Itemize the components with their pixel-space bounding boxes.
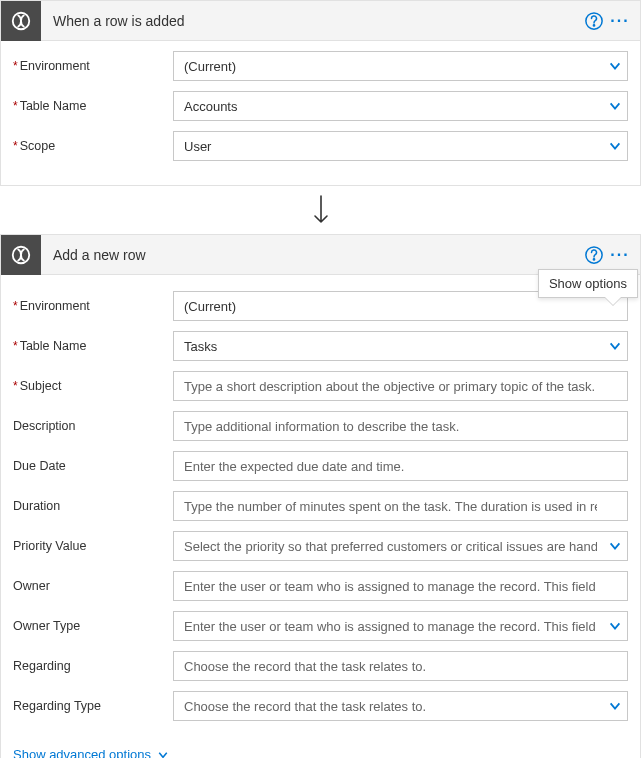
environment-value: (Current) <box>173 51 628 81</box>
subject-input[interactable] <box>173 371 628 401</box>
duration-label: Duration <box>13 499 173 513</box>
trigger-body: Environment (Current) Table Name Account… <box>1 41 640 185</box>
more-icon[interactable]: ··· <box>608 243 632 267</box>
description-label: Description <box>13 419 173 433</box>
trigger-card: When a row is added ··· Environment (Cur… <box>0 0 641 186</box>
priority-label: Priority Value <box>13 539 173 553</box>
description-input[interactable] <box>173 411 628 441</box>
action-card: Add a new row ··· Show options Environme… <box>0 234 641 758</box>
table-value: Tasks <box>173 331 628 361</box>
regarding-type-label: Regarding Type <box>13 699 173 713</box>
owner-type-input[interactable] <box>173 611 628 641</box>
subject-label: Subject <box>13 379 173 393</box>
more-icon[interactable]: ··· <box>608 9 632 33</box>
trigger-title: When a row is added <box>41 13 584 29</box>
chevron-down-icon <box>608 539 622 553</box>
dataverse-icon <box>1 235 41 275</box>
duration-input[interactable] <box>173 491 628 521</box>
due-date-label: Due Date <box>13 459 173 473</box>
show-advanced-options[interactable]: Show advanced options <box>13 747 169 758</box>
svg-point-2 <box>593 24 594 25</box>
help-icon[interactable] <box>584 11 604 31</box>
dataverse-icon <box>1 1 41 41</box>
regarding-label: Regarding <box>13 659 173 673</box>
regarding-input[interactable] <box>173 651 628 681</box>
due-date-input[interactable] <box>173 451 628 481</box>
scope-label: Scope <box>13 139 173 153</box>
owner-type-dropdown[interactable] <box>173 611 628 641</box>
owner-type-label: Owner Type <box>13 619 173 633</box>
chevron-down-icon <box>608 139 622 153</box>
scope-dropdown[interactable]: User <box>173 131 628 161</box>
action-body: Show options Environment (Current) Table… <box>1 275 640 758</box>
svg-point-5 <box>593 258 594 259</box>
chevron-down-icon <box>608 339 622 353</box>
table-label: Table Name <box>13 99 173 113</box>
chevron-down-icon <box>608 99 622 113</box>
owner-label: Owner <box>13 579 173 593</box>
action-title: Add a new row <box>41 247 584 263</box>
help-icon[interactable] <box>584 245 604 265</box>
owner-input[interactable] <box>173 571 628 601</box>
regarding-type-dropdown[interactable] <box>173 691 628 721</box>
environment-label: Environment <box>13 299 173 313</box>
trigger-header[interactable]: When a row is added ··· <box>1 1 640 41</box>
chevron-down-icon <box>608 59 622 73</box>
advanced-label: Show advanced options <box>13 747 151 758</box>
table-dropdown[interactable]: Accounts <box>173 91 628 121</box>
priority-input[interactable] <box>173 531 628 561</box>
chevron-down-icon <box>608 619 622 633</box>
environment-dropdown[interactable]: (Current) <box>173 51 628 81</box>
chevron-down-icon <box>157 749 169 759</box>
priority-dropdown[interactable] <box>173 531 628 561</box>
flow-arrow <box>0 186 641 234</box>
table-value: Accounts <box>173 91 628 121</box>
table-label: Table Name <box>13 339 173 353</box>
regarding-type-input[interactable] <box>173 691 628 721</box>
show-options-tooltip: Show options <box>538 269 638 298</box>
chevron-down-icon <box>608 699 622 713</box>
table-dropdown[interactable]: Tasks <box>173 331 628 361</box>
scope-value: User <box>173 131 628 161</box>
environment-label: Environment <box>13 59 173 73</box>
